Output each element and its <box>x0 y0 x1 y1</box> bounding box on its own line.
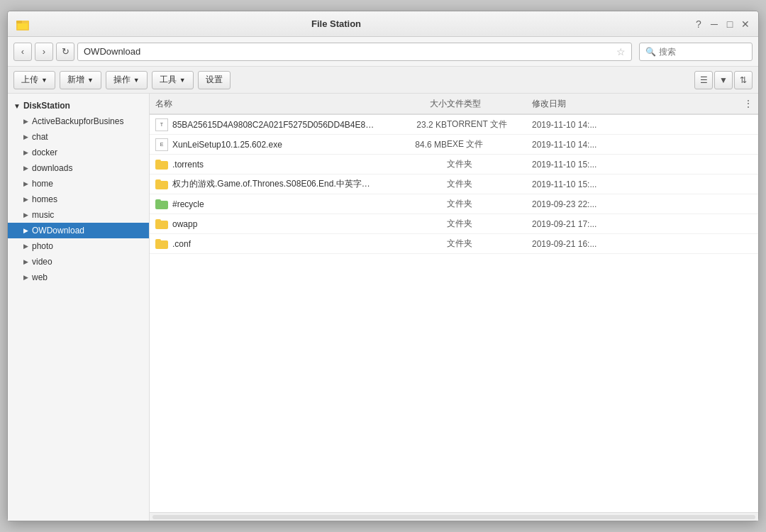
table-row[interactable]: .torrents 文件夹 2019-11-10 15:... <box>150 155 758 174</box>
file-date: 2019-09-23 22:... <box>532 199 753 209</box>
sidebar-item-home[interactable]: ▶home <box>8 176 149 192</box>
maximize-button[interactable]: □ <box>724 18 736 30</box>
sidebar-item-label: photo <box>32 241 53 251</box>
file-date: 2019-11-10 15:... <box>532 179 753 189</box>
sidebar-item-label: docker <box>32 148 57 157</box>
sidebar-arrow-icon: ▶ <box>23 149 28 156</box>
col-date-header: 修改日期 ⋮ <box>532 98 753 110</box>
tools-button[interactable]: 工具 ▼ <box>152 71 194 89</box>
view-dropdown-button[interactable]: ▼ <box>714 71 733 89</box>
list-view-button[interactable]: ☰ <box>694 71 713 89</box>
file-type: 文件夹 <box>447 178 532 190</box>
table-row[interactable]: #recycle 文件夹 2019-09-23 22:... <box>150 194 758 214</box>
table-row[interactable]: E XunLeiSetup10.1.25.602.exe 84.6 MB EXE… <box>150 135 758 155</box>
sidebar-arrow-icon: ▶ <box>23 165 28 172</box>
sidebar-item-label: OWDownload <box>32 226 84 235</box>
sidebar-item-label: video <box>32 257 52 267</box>
close-button[interactable]: ✕ <box>740 18 751 30</box>
sidebar-item-photo[interactable]: ▶photo <box>8 238 149 254</box>
new-label: 新增 <box>67 74 84 86</box>
file-table-header: 名称 大小 文件类型 修改日期 ⋮ <box>150 94 758 115</box>
action-chevron-icon: ▼ <box>133 77 140 84</box>
file-name-cell: T 85BA25615D4A9808C2A021F5275D056DD4B4E8… <box>155 118 376 131</box>
sidebar-arrow-icon: ▶ <box>23 243 28 250</box>
sidebar: ▼ DiskStation ▶ActiveBackupforBusines▶ch… <box>8 94 150 521</box>
sidebar-item-video[interactable]: ▶video <box>8 254 149 270</box>
table-row[interactable]: .conf 文件夹 2019-09-21 16:... <box>150 234 758 254</box>
sidebar-item-activebackupforbusines[interactable]: ▶ActiveBackupforBusines <box>8 113 149 129</box>
sidebar-root-header[interactable]: ▼ DiskStation <box>8 98 149 113</box>
folder-icon <box>155 239 168 249</box>
table-row[interactable]: T 85BA25615D4A9808C2A021F5275D056DD4B4E8… <box>150 115 758 135</box>
file-name: .conf <box>172 239 191 249</box>
action-label: 操作 <box>113 74 131 86</box>
file-name: 权力的游戏.Game.of.Thrones.S08E06.End.中英字幕.WE… <box>172 178 376 190</box>
sidebar-item-owdownload[interactable]: ▶OWDownload <box>8 223 149 238</box>
bookmark-button[interactable]: ☆ <box>616 46 626 57</box>
refresh-button[interactable]: ↻ <box>56 43 74 61</box>
app-icon <box>15 16 30 32</box>
view-controls: ☰ ▼ ⇅ <box>694 71 753 89</box>
sidebar-root-label: DiskStation <box>23 101 70 111</box>
file-list: T 85BA25615D4A9808C2A021F5275D056DD4B4E8… <box>150 115 758 512</box>
table-row[interactable]: owapp 文件夹 2019-09-21 17:... <box>150 214 758 234</box>
file-date: 2019-11-10 14:... <box>532 140 753 150</box>
sidebar-arrow-icon: ▶ <box>23 211 28 218</box>
file-name-cell: 权力的游戏.Game.of.Thrones.S08E06.End.中英字幕.WE… <box>155 178 376 190</box>
main-content: ▼ DiskStation ▶ActiveBackupforBusines▶ch… <box>8 94 758 521</box>
col-type-header: 文件类型 <box>447 98 532 110</box>
path-bar[interactable]: OWDownload ☆ <box>77 43 632 61</box>
tools-chevron-icon: ▼ <box>179 77 186 84</box>
folder-icon <box>155 219 168 229</box>
file-date: 2019-09-21 16:... <box>532 239 753 249</box>
file-name-cell: owapp <box>155 219 376 229</box>
tools-label: 工具 <box>160 74 177 86</box>
file-date: 2019-09-21 17:... <box>532 219 753 229</box>
sidebar-item-music[interactable]: ▶music <box>8 207 149 223</box>
path-text: OWDownload <box>84 46 140 57</box>
table-row[interactable]: 权力的游戏.Game.of.Thrones.S08E06.End.中英字幕.WE… <box>150 174 758 194</box>
sidebar-item-homes[interactable]: ▶homes <box>8 192 149 207</box>
minimize-button[interactable]: ─ <box>709 18 720 30</box>
sort-button[interactable]: ⇅ <box>734 71 753 89</box>
sidebar-item-web[interactable]: ▶web <box>8 270 149 285</box>
file-type: 文件夹 <box>447 218 532 230</box>
sidebar-item-chat[interactable]: ▶chat <box>8 129 149 145</box>
action-button[interactable]: 操作 ▼ <box>106 71 148 89</box>
horizontal-scrollbar[interactable] <box>150 512 758 521</box>
folder-icon <box>155 179 168 189</box>
settings-button[interactable]: 设置 <box>198 71 231 89</box>
new-button[interactable]: 新增 ▼ <box>60 71 101 89</box>
sidebar-arrow-icon: ▶ <box>23 274 28 281</box>
exe-file-icon: E <box>155 138 168 151</box>
sidebar-arrow-icon: ▶ <box>23 180 28 187</box>
search-bar[interactable]: 🔍 <box>639 43 753 61</box>
main-window: File Station ? ─ □ ✕ ‹ › ↻ OWDownload ☆ … <box>7 11 759 521</box>
sidebar-item-docker[interactable]: ▶docker <box>8 145 149 160</box>
window-controls: ? ─ □ ✕ <box>693 18 751 30</box>
sidebar-arrow-icon: ▶ <box>23 258 28 265</box>
help-button[interactable]: ? <box>693 18 704 30</box>
upload-button[interactable]: 上传 ▼ <box>13 71 55 89</box>
svg-rect-2 <box>18 23 28 29</box>
upload-label: 上传 <box>21 74 38 86</box>
file-name: .torrents <box>172 160 204 170</box>
sidebar-item-downloads[interactable]: ▶downloads <box>8 160 149 176</box>
sidebar-arrow-icon: ▶ <box>23 196 28 203</box>
upload-chevron-icon: ▼ <box>41 77 48 84</box>
file-type: EXE 文件 <box>447 138 532 150</box>
search-input[interactable] <box>659 47 746 57</box>
back-button[interactable]: ‹ <box>13 43 32 61</box>
file-name: XunLeiSetup10.1.25.602.exe <box>172 140 282 150</box>
column-options-icon[interactable]: ⋮ <box>744 99 753 109</box>
file-name: #recycle <box>172 199 204 209</box>
file-type: TORRENT 文件 <box>447 118 532 131</box>
file-name-cell: #recycle <box>155 199 376 209</box>
col-size-header: 大小 <box>376 98 447 110</box>
search-icon: 🔍 <box>645 47 656 57</box>
forward-button[interactable]: › <box>35 43 53 61</box>
file-name-cell: E XunLeiSetup10.1.25.602.exe <box>155 138 376 151</box>
settings-label: 设置 <box>206 74 223 86</box>
sidebar-item-label: music <box>32 210 54 220</box>
sidebar-item-label: downloads <box>32 163 72 173</box>
